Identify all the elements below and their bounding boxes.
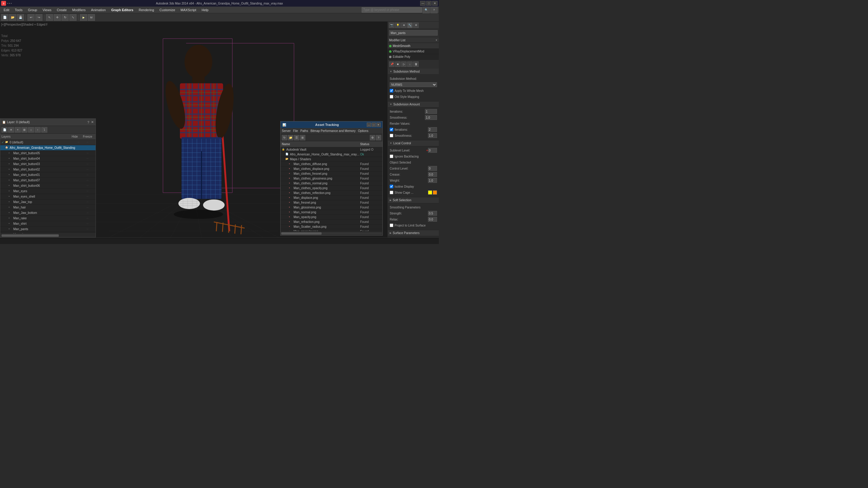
asset-image-item[interactable]: ▪ Man_clothes_diffuse.png Found bbox=[281, 162, 382, 167]
mod-ctrl-2[interactable]: ▷ bbox=[401, 61, 407, 67]
layer-item[interactable]: ✓ 📁 0 (default) ··· ··· bbox=[0, 140, 96, 145]
modifier-vray-displace[interactable]: VRayDisplacementMod bbox=[388, 49, 439, 54]
menu-maxscript[interactable]: MAXScript bbox=[178, 7, 198, 12]
layer-item[interactable]: ▪ Man_shirt_button03 ··· bbox=[0, 161, 96, 167]
render-iterations-input[interactable] bbox=[428, 127, 437, 132]
select-button[interactable]: ↖ bbox=[46, 14, 53, 21]
scale-button[interactable]: ⤡ bbox=[69, 14, 76, 21]
new-button[interactable]: 📄 bbox=[1, 14, 8, 21]
select-layer-button[interactable]: ↕ bbox=[28, 127, 34, 133]
highlight-layer-button[interactable]: ↑ bbox=[35, 127, 41, 133]
mod-ctrl-delete[interactable]: 🗑 bbox=[413, 61, 418, 67]
hierarchy-icon[interactable]: ⚙ bbox=[413, 23, 418, 28]
local-control-header[interactable]: ▼ Local Control bbox=[388, 140, 439, 147]
modifier-editable-poly[interactable]: Editable Poly bbox=[388, 54, 439, 60]
asset-menu-options[interactable]: Options bbox=[358, 129, 368, 133]
render-smoothness-input[interactable] bbox=[428, 133, 437, 138]
close-button[interactable]: ✕ bbox=[432, 1, 438, 6]
asset-help-button[interactable]: ? bbox=[376, 135, 381, 140]
asset-image-item[interactable]: ▪ Man_clothes_fresnel.png Found bbox=[281, 171, 382, 176]
layer-item[interactable]: ▪ Man_Jaw_bottom ··· bbox=[0, 210, 96, 216]
project-limit-checkbox[interactable] bbox=[390, 224, 393, 227]
render-button[interactable]: ▶ bbox=[80, 14, 87, 21]
mod-ctrl-1[interactable]: ■ bbox=[395, 61, 401, 67]
search-input[interactable] bbox=[362, 7, 422, 13]
layers-help-button[interactable]: ? bbox=[87, 121, 89, 124]
redo-button[interactable]: ↪ bbox=[35, 14, 42, 21]
asset-image-item[interactable]: ▪ Man_displace.png Found bbox=[281, 195, 382, 200]
merge-layer-button[interactable]: ⤵ bbox=[41, 127, 47, 133]
asset-settings-button[interactable]: ⚙ bbox=[370, 135, 375, 140]
asset-refresh-button[interactable]: ↻ bbox=[282, 135, 287, 140]
asset-image-item[interactable]: ▪ Man_normal.png Found bbox=[281, 210, 382, 215]
menu-rendering[interactable]: Rendering bbox=[136, 7, 156, 12]
menu-animation[interactable]: Animation bbox=[89, 7, 108, 12]
subdivision-amount-header[interactable]: ▼ Subdivision Amount bbox=[388, 101, 439, 107]
surface-params-header[interactable]: ▶ Surface Parameters bbox=[388, 230, 439, 236]
layer-item[interactable]: ▪ Man_shirt_button02 ··· bbox=[0, 167, 96, 172]
crease-input[interactable] bbox=[428, 172, 437, 177]
layer-item[interactable]: ▪ Man_shirt_button07 ··· bbox=[0, 178, 96, 183]
menu-customize[interactable]: Customize bbox=[157, 7, 178, 12]
isoline-checkbox[interactable] bbox=[390, 185, 393, 188]
asset-image-item[interactable]: ▪ Man_glossiness.png Found bbox=[281, 205, 382, 210]
minimize-button[interactable]: — bbox=[420, 1, 426, 6]
delete-layer-button[interactable]: ✕ bbox=[8, 127, 14, 133]
maximize-button[interactable]: □ bbox=[426, 1, 432, 6]
old-style-checkbox[interactable] bbox=[390, 95, 393, 98]
menu-views[interactable]: Views bbox=[40, 7, 54, 12]
add-to-layer-button[interactable]: + bbox=[15, 127, 21, 133]
asset-folder-button[interactable]: 📁 bbox=[288, 135, 293, 140]
save-button[interactable]: 💾 bbox=[17, 14, 24, 21]
layers-list[interactable]: ✓ 📁 0 (default) ··· ··· 🏠 Afro_American_… bbox=[0, 140, 96, 233]
show-cage-checkbox[interactable] bbox=[390, 191, 393, 194]
asset-image-item[interactable]: ▪ Man_clothes_reflection.png Found bbox=[281, 191, 382, 195]
asset-image-item[interactable]: ▪ Man_fresnel.png Found bbox=[281, 200, 382, 205]
search-icon[interactable]: 🔍 bbox=[423, 7, 430, 13]
sublevel-input[interactable] bbox=[428, 148, 437, 153]
menu-modifiers[interactable]: Modifiers bbox=[70, 7, 88, 12]
menu-help[interactable]: Help bbox=[199, 7, 211, 12]
cage-color-2[interactable] bbox=[433, 190, 437, 195]
asset-image-item[interactable]: ▪ Man_opacity.png Found bbox=[281, 215, 382, 220]
camera-icon[interactable]: 📷 bbox=[389, 23, 395, 28]
layer-item[interactable]: ▪ Man_eyes ··· bbox=[0, 189, 96, 194]
asset-close-button[interactable]: ✕ bbox=[376, 123, 381, 127]
open-button[interactable]: 📂 bbox=[9, 14, 16, 21]
modifier-icon-active[interactable]: 🔧 bbox=[407, 23, 412, 28]
asset-grid-button[interactable]: ⊞ bbox=[300, 135, 305, 140]
render-iterations-checkbox[interactable] bbox=[390, 128, 393, 131]
asset-image-item[interactable]: ▪ Man_clothes_opacity.png Found bbox=[281, 186, 382, 191]
asset-image-item[interactable]: ▪ Man_clothes_displace.png Found bbox=[281, 167, 382, 171]
control-level-input[interactable] bbox=[428, 166, 437, 171]
render-smoothness-checkbox[interactable] bbox=[390, 134, 393, 137]
iterations-input[interactable] bbox=[425, 109, 437, 114]
asset-menu-bitmap[interactable]: Bitmap Performance and Memory bbox=[310, 129, 355, 133]
menu-group[interactable]: Group bbox=[26, 7, 40, 12]
layer-item[interactable]: ▪ Man_shirt_button04 ··· bbox=[0, 156, 96, 161]
method-dropdown[interactable]: NURMS bbox=[390, 82, 437, 87]
help-icon[interactable]: ? bbox=[430, 7, 438, 13]
subdivision-method-header[interactable]: ▼ Subdivision Method bbox=[388, 69, 439, 75]
viewport[interactable]: [+][Perspective][Shaded + Edged Faces] T… bbox=[0, 22, 388, 237]
relax-input[interactable] bbox=[428, 217, 437, 222]
material-button[interactable]: M bbox=[88, 14, 95, 21]
strength-input[interactable] bbox=[428, 211, 437, 216]
modifier-dropdown-arrow[interactable]: ▼ bbox=[435, 39, 438, 41]
move-button[interactable]: ✛ bbox=[54, 14, 61, 21]
layer-item[interactable]: ▪ Man_shirt_button06 ··· bbox=[0, 183, 96, 189]
asset-list-button[interactable]: ☰ bbox=[294, 135, 299, 140]
mod-ctrl-3[interactable]: ↓ bbox=[407, 61, 412, 67]
asset-file-item[interactable]: 📄 Afro_American_Home_Outfit_Standing_max… bbox=[281, 152, 382, 157]
asset-image-item[interactable]: ▪ Man_refraction.png Found bbox=[281, 220, 382, 224]
layer-item[interactable]: 🏠 Afro_American_Grandpa_Home_Outfit_Stan… bbox=[0, 145, 96, 151]
asset-image-item[interactable]: ▪ Man_Scatter_radius.png Found bbox=[281, 224, 382, 229]
layer-item[interactable]: ▪ Man_shirt ··· bbox=[0, 221, 96, 227]
layer-item[interactable]: ▪ Man_eyes_shell ··· bbox=[0, 194, 96, 199]
layers-close-button[interactable]: ✕ bbox=[91, 120, 94, 124]
menu-edit[interactable]: Edit bbox=[1, 7, 12, 12]
weight-input[interactable] bbox=[428, 178, 437, 183]
asset-image-item[interactable]: ▪ Man_clothes_glossiness.png Found bbox=[281, 176, 382, 181]
layer-item[interactable]: ▪ Man_Jaw_top ··· bbox=[0, 199, 96, 205]
layers-scrollbar[interactable] bbox=[0, 233, 96, 237]
